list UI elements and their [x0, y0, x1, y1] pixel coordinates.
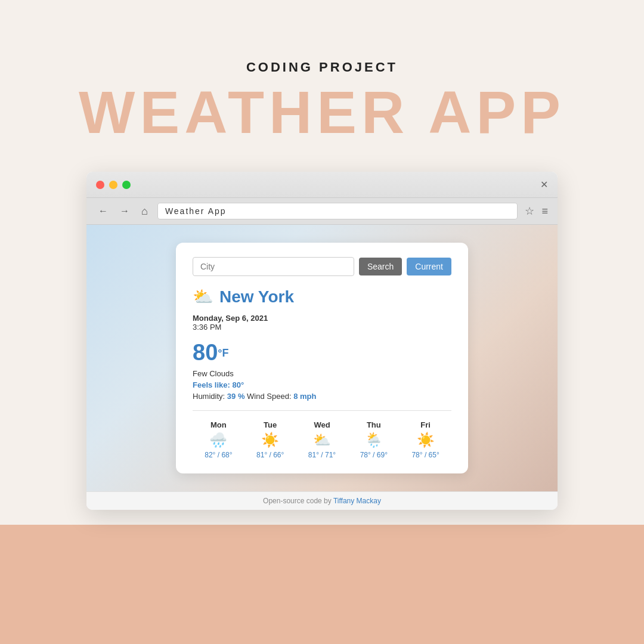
browser-content: Search Current ⛅ New York Monday, Sep 6,…: [86, 225, 558, 491]
traffic-light-red[interactable]: [96, 181, 104, 189]
temperature-row: 80°F: [193, 340, 451, 366]
forecast-temps: 81° / 66°: [256, 451, 284, 459]
browser-chrome: ✕ ← → ⌂ ☆ ≡: [86, 172, 558, 225]
humidity-value: 39 %: [227, 392, 245, 401]
search-button[interactable]: Search: [359, 258, 402, 275]
traffic-light-yellow[interactable]: [109, 181, 117, 189]
forecast-icon: 🌦️: [365, 432, 383, 448]
address-bar[interactable]: [157, 203, 518, 219]
forecast-icon: ☀️: [417, 432, 435, 448]
forecast-day-name: Mon: [210, 420, 227, 429]
forecast-day-name: Wed: [314, 420, 330, 429]
temperature-unit: °F: [218, 347, 228, 359]
forecast-day-name: Tue: [264, 420, 277, 429]
forecast-temps: 81° / 71°: [308, 451, 336, 459]
feels-like-label: Feels like:: [193, 380, 230, 389]
time-text: 3:36 PM: [193, 323, 451, 332]
search-row: Search Current: [193, 257, 451, 276]
current-button[interactable]: Current: [407, 258, 451, 275]
forecast-icon: ⛅: [313, 432, 331, 448]
city-name: New York: [219, 287, 294, 306]
forecast-icon: ☀️: [261, 432, 279, 448]
forecast-temps: 78° / 65°: [411, 451, 439, 459]
datetime: Monday, Sep 6, 2021 3:36 PM: [193, 314, 451, 332]
menu-button[interactable]: ≡: [541, 205, 548, 218]
forecast-row: Mon🌧️82° / 68°Tue☀️81° / 66°Wed⛅81° / 71…: [193, 420, 451, 459]
forecast-day: Fri☀️78° / 65°: [400, 420, 451, 459]
browser-titlebar: ✕: [86, 172, 558, 197]
coding-project-label: CODING PROJECT: [246, 60, 398, 75]
date-text: Monday, Sep 6, 2021: [193, 314, 451, 323]
temperature-value: 80: [193, 340, 218, 365]
humidity-wind: Humidity: 39 % Wind Speed: 8 mph: [193, 392, 451, 401]
traffic-light-green[interactable]: [122, 181, 131, 189]
back-button[interactable]: ←: [96, 205, 110, 218]
page-content: CODING PROJECT WEATHER APP ✕ ← → ⌂ ☆ ≡: [0, 0, 644, 510]
browser-footer: Open-source code by Tiffany Mackay: [86, 491, 558, 510]
wind-value: 8 mph: [293, 392, 316, 401]
wind-label: Wind Speed:: [247, 392, 293, 401]
close-icon[interactable]: ✕: [540, 179, 548, 190]
weather-app-title: WEATHER APP: [79, 82, 565, 142]
humidity-label: Humidity:: [193, 392, 225, 401]
feels-like: Feels like: 80°: [193, 380, 451, 389]
forecast-day: Mon🌧️82° / 68°: [193, 420, 244, 459]
forecast-day: Thu🌦️78° / 69°: [348, 420, 400, 459]
forecast-day: Wed⛅81° / 71°: [296, 420, 348, 459]
feels-like-value: 80°: [233, 380, 244, 389]
weather-card: Search Current ⛅ New York Monday, Sep 6,…: [176, 243, 468, 473]
browser-navbar: ← → ⌂ ☆ ≡: [86, 197, 558, 225]
forecast-day-name: Thu: [367, 420, 381, 429]
forecast-day: Tue☀️81° / 66°: [244, 420, 296, 459]
city-header: ⛅ New York: [193, 287, 451, 306]
forecast-day-name: Fri: [420, 420, 431, 429]
forecast-temps: 78° / 69°: [360, 451, 388, 459]
weather-icon: ⛅: [193, 287, 213, 306]
forward-button[interactable]: →: [117, 205, 132, 218]
star-button[interactable]: ☆: [525, 205, 534, 218]
home-button[interactable]: ⌂: [139, 204, 150, 219]
city-input[interactable]: [193, 257, 354, 276]
background-bottom: [0, 525, 644, 644]
forecast-temps: 82° / 68°: [205, 451, 232, 459]
forecast-divider: [193, 410, 451, 411]
forecast-icon: 🌧️: [209, 432, 227, 448]
weather-description: Few Clouds: [193, 369, 451, 378]
footer-author-link[interactable]: Tiffany Mackay: [333, 497, 381, 505]
footer-text: Open-source code by: [263, 497, 333, 505]
browser-window: ✕ ← → ⌂ ☆ ≡ Search Current: [86, 172, 558, 510]
